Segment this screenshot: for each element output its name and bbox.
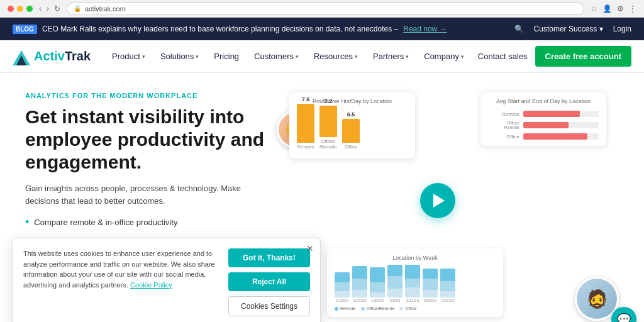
cookie-banner: ✕ This website uses cookies to enhance u…	[13, 238, 321, 322]
extensions-icon[interactable]: ⚙	[617, 4, 624, 13]
bar-3: 6.5 Office	[342, 111, 360, 150]
nav-resources[interactable]: Resources ▾	[308, 48, 364, 65]
hero-tag: Analytics for the Modern Workplace	[25, 92, 277, 99]
cookie-accept-button[interactable]: Got it, Thanks!	[228, 248, 310, 267]
banner-content: BLOG CEO Mark Ralls explains why leaders…	[13, 25, 447, 34]
cookie-text: This website uses cookies to enhance use…	[23, 248, 218, 316]
hbar-row-1: Remote	[488, 111, 599, 117]
blog-badge: BLOG	[13, 25, 37, 34]
chevron-down-icon: ▾	[142, 53, 145, 60]
maximize-window[interactable]	[26, 6, 33, 12]
read-now-link[interactable]: Read now →	[403, 25, 447, 33]
profile-icon[interactable]: 👤	[602, 4, 612, 13]
cookie-policy-link[interactable]: Cookie Policy	[130, 281, 172, 289]
hero-title: Get instant visibility into employee pro…	[25, 106, 277, 174]
cookie-settings-button[interactable]: Cookies Settings	[228, 296, 310, 316]
url-text: activtrak.com	[85, 5, 126, 13]
nav-partners[interactable]: Partners ▾	[367, 48, 415, 65]
create-account-button[interactable]: Create free account	[535, 46, 631, 67]
close-window[interactable]	[8, 6, 14, 12]
hbar-row-3: Office	[488, 133, 599, 140]
stack-col-6: 2/20/23	[423, 269, 438, 303]
bar-chart: 7.6 Remote 7.2 Office/Remote 6.5 Office	[297, 108, 408, 152]
chevron-down-icon: ▾	[196, 53, 199, 60]
logo-icon	[13, 48, 30, 65]
nav-pricing[interactable]: Pricing	[208, 48, 245, 65]
nav-product[interactable]: Product ▾	[106, 48, 152, 65]
hbar-row-2: Office/Remote	[488, 121, 599, 130]
bar-2: 7.2 Office/Remote	[319, 98, 337, 150]
browser-actions: ☆ 👤 ⚙ ⋮	[591, 4, 636, 13]
forward-button[interactable]: ›	[47, 4, 49, 13]
hbar-chart-title: Avg Start and End of Day by Location	[488, 98, 599, 104]
browser-chrome: ‹ › ↻ 🔒 activtrak.com ☆ 👤 ⚙ ⋮	[0, 0, 644, 18]
menu-icon[interactable]: ⋮	[629, 4, 636, 13]
window-controls	[8, 6, 33, 12]
play-triangle-icon	[433, 194, 445, 208]
navbar: ActivTrak Product ▾ Solutions ▾ Pricing …	[0, 40, 644, 73]
chat-icon: 💬	[617, 313, 631, 322]
cookie-reject-button[interactable]: Reject All	[228, 272, 310, 291]
stacked-chart: 1/16/23 1/23/23 1/30/23	[335, 265, 496, 303]
chevron-down-icon: ▾	[461, 53, 464, 60]
nav-customers[interactable]: Customers ▾	[248, 48, 305, 65]
minimize-window[interactable]	[17, 6, 23, 12]
chart-legend: Remote Office/Remote Office	[335, 306, 496, 311]
stacked-chart-title: Location by Week	[335, 255, 496, 261]
url-bar[interactable]: 🔒 activtrak.com	[67, 3, 584, 15]
play-button[interactable]	[420, 183, 455, 218]
hero-bullet-1: • Compare remote & in-office productivit…	[25, 216, 277, 229]
logo-text: ActivTrak	[34, 49, 91, 64]
bookmark-icon[interactable]: ☆	[591, 4, 597, 13]
contact-sales-link[interactable]: Contact sales	[478, 52, 528, 61]
search-icon[interactable]: 🔍	[514, 25, 524, 33]
browser-navigation: ‹ › ↻	[39, 4, 60, 13]
banner-right: 🔍 Customer Success ▾ Login	[514, 25, 631, 33]
cookie-close-button[interactable]: ✕	[306, 243, 314, 253]
back-button[interactable]: ‹	[39, 4, 42, 13]
ssl-lock-icon: 🔒	[74, 5, 81, 12]
stack-col-3: 1/30/23	[370, 267, 385, 303]
banner-text: CEO Mark Ralls explains why leaders need…	[42, 25, 398, 33]
bullet-icon: •	[25, 216, 29, 229]
chevron-down-icon: ▾	[406, 53, 409, 60]
chevron-down-icon: ▾	[296, 53, 299, 60]
announcement-banner: BLOG CEO Mark Ralls explains why leaders…	[0, 18, 644, 40]
hero-right: 😊 Productive Hrs/Day by Location 7.6 Rem…	[289, 92, 619, 322]
legend-office-remote: Office/Remote	[361, 306, 395, 311]
hbar-chart-panel: Avg Start and End of Day by Location Rem…	[480, 92, 606, 146]
hero-section: Analytics for the Modern Workplace Get i…	[0, 73, 644, 322]
stack-col-7: 2/27/23	[440, 269, 455, 303]
stack-col-1: 1/16/23	[335, 272, 350, 303]
customer-success-menu[interactable]: Customer Success ▾	[534, 25, 603, 33]
stacked-chart-panel: Location by Week 1/16/23 1/23/23	[327, 248, 503, 317]
nav-solutions[interactable]: Solutions ▾	[154, 48, 205, 65]
nav-company[interactable]: Company ▾	[418, 48, 470, 65]
bar-chart-panel: Productive Hrs/Day by Location 7.6 Remot…	[289, 92, 415, 158]
refresh-button[interactable]: ↻	[54, 4, 60, 13]
stack-col-2: 1/23/23	[352, 266, 367, 303]
bar-1: 7.6 Remote	[297, 96, 314, 150]
login-button[interactable]: Login	[613, 25, 631, 33]
cookie-buttons: Got it, Thanks! Reject All Cookies Setti…	[228, 248, 310, 316]
legend-remote: Remote	[335, 306, 356, 311]
chevron-down-icon: ▾	[355, 53, 358, 60]
hbar-chart: Remote Office/Remote Office	[488, 108, 599, 140]
nav-links: Product ▾ Solutions ▾ Pricing Customers …	[106, 48, 478, 65]
nav-right: Contact sales Create free account	[478, 46, 631, 67]
hero-subtitle: Gain insights across people, processes &…	[25, 182, 277, 207]
logo[interactable]: ActivTrak	[13, 48, 91, 65]
legend-office: Office	[399, 306, 416, 311]
stack-col-5: 2/13/23	[405, 265, 420, 303]
stack-col-4: 2/6/23	[387, 265, 402, 303]
